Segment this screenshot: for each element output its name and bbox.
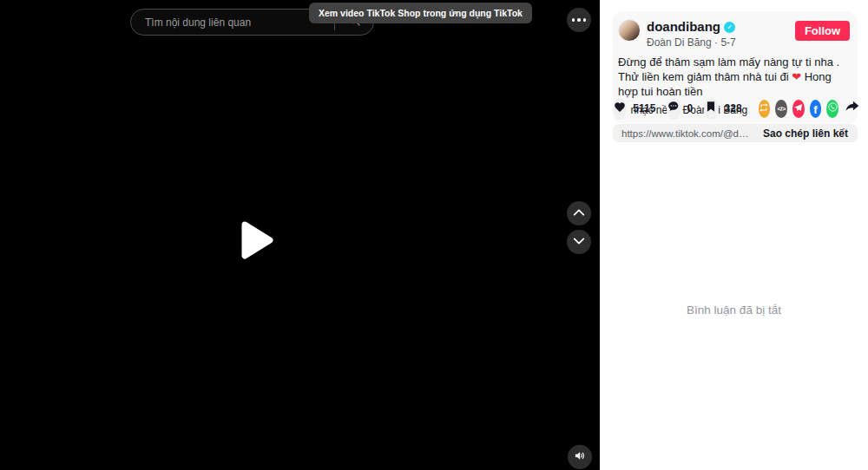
comment-button[interactable]: [667, 98, 681, 120]
verified-badge-icon: ✓: [724, 22, 735, 33]
creator-avatar[interactable]: [618, 19, 641, 42]
share-button[interactable]: [845, 101, 859, 117]
favorite-count: 328: [725, 102, 742, 114]
comments-disabled-message: Bình luận đã bị tắt: [600, 304, 868, 317]
heart-icon: [614, 101, 626, 116]
copy-link-button[interactable]: Sao chép liên kết: [753, 124, 858, 142]
share-arrow-icon: [845, 101, 859, 117]
ellipsis-icon: [572, 18, 575, 22]
follow-button[interactable]: Follow: [795, 21, 850, 41]
comment-count: 0: [687, 102, 694, 114]
previous-video-button[interactable]: [567, 201, 591, 225]
video-caption: Đừng để thâm sạm làm mấy nàng tự ti nha …: [618, 55, 851, 99]
like-button[interactable]: [613, 98, 627, 120]
video-url: https://www.tiktok.com/@doandibang/video…: [613, 128, 753, 139]
repost-button[interactable]: [759, 100, 771, 118]
creator-username[interactable]: doandibang: [647, 20, 720, 34]
share-whatsapp-button[interactable]: [826, 100, 838, 118]
repost-icon: [759, 101, 769, 116]
embed-button[interactable]: </>: [775, 100, 787, 118]
favorite-button[interactable]: [704, 98, 718, 120]
search-input[interactable]: [131, 16, 334, 29]
chevron-up-icon: [572, 206, 586, 221]
facebook-icon: f: [813, 101, 817, 115]
volume-button[interactable]: [568, 445, 592, 469]
tiktok-video-page: Xem video TikTok Shop trong ứng dụng Tik…: [0, 0, 868, 470]
heart-emoji: ❤: [792, 70, 801, 83]
bookmark-icon: [706, 101, 716, 116]
video-player[interactable]: Xem video TikTok Shop trong ứng dụng Tik…: [0, 0, 600, 470]
paper-plane-icon: [793, 101, 803, 116]
next-video-button[interactable]: [567, 230, 591, 254]
send-to-friends-button[interactable]: [792, 100, 805, 118]
copy-link-bar: https://www.tiktok.com/@doandibang/video…: [613, 124, 858, 142]
play-button[interactable]: [238, 219, 276, 261]
video-detail-panel: doandibang ✓ Đoàn Di Băng · 5-7 Follow Đ…: [600, 0, 868, 470]
embed-code-icon: </>: [777, 105, 785, 113]
comment-icon: [667, 101, 680, 116]
speaker-icon: [574, 449, 587, 466]
play-icon: [238, 249, 276, 264]
whatsapp-icon: [827, 101, 838, 116]
tiktok-shop-tooltip: Xem video TikTok Shop trong ứng dụng Tik…: [309, 3, 532, 23]
like-count: 5115: [633, 102, 655, 114]
share-facebook-button[interactable]: f: [810, 100, 822, 118]
creator-name-and-date: Đoàn Di Băng · 5-7: [647, 36, 736, 49]
more-options-button[interactable]: [567, 8, 591, 32]
chevron-down-icon: [572, 234, 586, 250]
engagement-bar: 5115 0 328 </>: [613, 97, 859, 120]
